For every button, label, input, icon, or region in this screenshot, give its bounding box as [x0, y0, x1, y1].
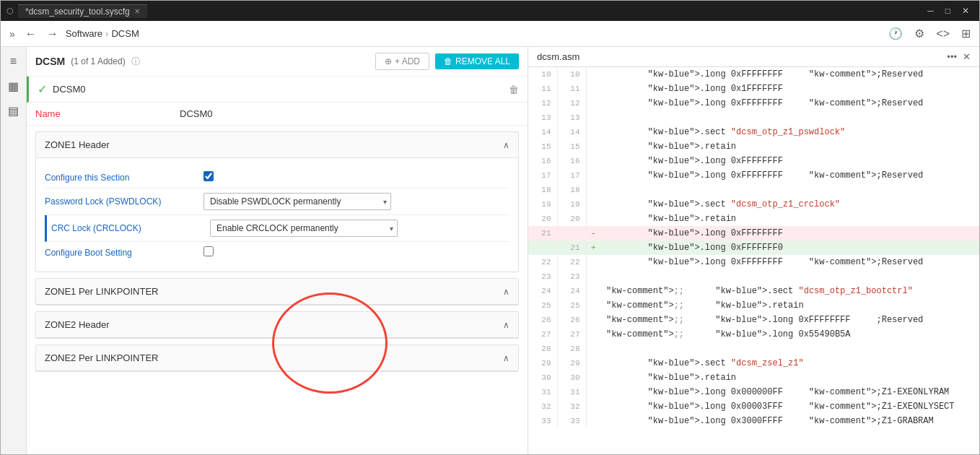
remove-all-button[interactable]: 🗑 REMOVE ALL — [435, 53, 519, 69]
line-num-right: 31 — [557, 385, 586, 399]
instance-status-icon: ✓ — [38, 82, 47, 96]
zone2-linkpointer-toggle[interactable]: ZONE2 Per LINKPOINTER ∧ — [36, 345, 518, 371]
boot-setting-checkbox[interactable] — [204, 246, 214, 256]
line-content: "kw-blue">.retain — [600, 212, 979, 226]
line-content: "kw-comment">;; "kw-blue">.long 0xFFFFFF… — [600, 313, 979, 327]
add-icon: ⊕ — [385, 56, 392, 66]
line-num-right: 12 — [557, 96, 586, 110]
line-diff-marker — [586, 212, 600, 226]
line-num-right: 19 — [557, 197, 586, 212]
expand-sidebar-btn[interactable]: » — [6, 27, 18, 41]
add-button[interactable]: ⊕ + ADD — [375, 53, 429, 70]
zone1-linkpointer-section: ZONE1 Per LINKPOINTER ∧ — [35, 278, 519, 306]
line-num-left: 28 — [528, 342, 557, 356]
line-diff-marker — [586, 298, 600, 313]
adjust-button[interactable]: ⚙ — [911, 25, 927, 42]
sidebar-icon-table[interactable]: ▤ — [2, 99, 25, 122]
line-diff-marker: + — [586, 240, 600, 255]
remove-all-label: REMOVE ALL — [455, 56, 510, 66]
table-row: 2727"kw-comment">;; "kw-blue">.long 0x55… — [528, 327, 979, 342]
line-num-right: 21 — [557, 240, 586, 255]
zone1-linkpointer-chevron: ∧ — [503, 287, 509, 297]
title-bar-icon: ⬡ — [6, 6, 14, 16]
line-num-left: 29 — [528, 356, 557, 370]
line-diff-marker — [586, 67, 600, 82]
info-icon[interactable]: ⓘ — [131, 56, 140, 68]
tab-close-icon[interactable]: ✕ — [134, 7, 140, 15]
line-content: "kw-blue">.long 0xFFFFFFFF "kw-comment">… — [600, 255, 979, 269]
breadcrumb-dcsm[interactable]: DCSM — [111, 28, 139, 39]
breadcrumb-separator: › — [105, 28, 108, 39]
table-row: 21- "kw-blue">.long 0xFFFFFFFF — [528, 226, 979, 240]
sidebar-icon-grid[interactable]: ▦ — [2, 74, 25, 98]
code-area[interactable]: 1010 "kw-blue">.long 0xFFFFFFFF "kw-comm… — [528, 67, 979, 454]
line-num-left: 10 — [528, 67, 557, 82]
crclock-select[interactable]: Enable CRCLOCK permanently Disable CRCLO… — [210, 220, 398, 237]
line-content: "kw-comment">;; "kw-blue">.retain — [600, 298, 979, 313]
line-num-left: 16 — [528, 154, 557, 168]
line-diff-marker — [586, 154, 600, 168]
line-content: "kw-blue">.sect "dcsm_zsel_z1" — [600, 356, 979, 370]
editor-filename: dcsm.asm — [537, 51, 947, 62]
boot-setting-row: Configure Boot Setting — [45, 242, 509, 263]
instance-row[interactable]: ✓ DCSM0 🗑 — [27, 77, 528, 103]
zone1-linkpointer-toggle[interactable]: ZONE1 Per LINKPOINTER ∧ — [36, 279, 518, 305]
table-row: 1212 "kw-blue">.long 0xFFFFFFFF "kw-comm… — [528, 96, 979, 110]
zone2-header-title: ZONE2 Header — [45, 319, 503, 330]
line-diff-marker — [586, 125, 600, 139]
minimize-btn[interactable]: ─ — [923, 6, 938, 16]
line-content: "kw-blue">.long 0xFFFFFFF0 — [600, 240, 979, 255]
line-num-left: 31 — [528, 385, 557, 399]
tab-item[interactable]: *dcsm_security_tool.syscfg ✕ — [18, 4, 147, 18]
line-num-right — [557, 226, 586, 240]
name-row: Name DCSM0 — [27, 103, 528, 126]
crclock-label: CRC Lock (CRCLOCK) — [51, 223, 210, 233]
line-num-left: 11 — [528, 82, 557, 96]
line-content: "kw-blue">.long 0xFFFFFFFF — [600, 154, 979, 168]
zone1-header-toggle[interactable]: ZONE1 Header ∧ — [36, 132, 518, 158]
table-row: 1616 "kw-blue">.long 0xFFFFFFFF — [528, 154, 979, 168]
history-button[interactable]: 🕐 — [885, 25, 906, 42]
close-btn[interactable]: ✕ — [958, 6, 974, 16]
zone1-linkpointer-title: ZONE1 Per LINKPOINTER — [45, 286, 503, 297]
line-content: "kw-blue">.long 0x00003FFF "kw-comment">… — [600, 399, 979, 414]
zone1-header-section: ZONE1 Header ∧ Configure this Section — [35, 131, 519, 272]
line-num-right: 17 — [557, 168, 586, 183]
breadcrumb-software[interactable]: Software — [66, 28, 102, 39]
line-num-left: 14 — [528, 125, 557, 139]
left-sidebar: ≡ ▦ ▤ — [1, 47, 27, 454]
back-button[interactable]: ← — [22, 26, 40, 42]
forward-button[interactable]: → — [44, 26, 61, 42]
table-row: 1111 "kw-blue">.long 0x1FFFFFFF — [528, 82, 979, 96]
table-row: 2424"kw-comment">;; "kw-blue">.sect "dcs… — [528, 284, 979, 298]
layout-button[interactable]: ⊞ — [958, 25, 974, 42]
line-num-left: 32 — [528, 399, 557, 414]
instance-delete-button[interactable]: 🗑 — [509, 84, 519, 95]
table-row: 3232 "kw-blue">.long 0x00003FFF "kw-comm… — [528, 399, 979, 414]
editor-header: dcsm.asm ••• ✕ — [528, 47, 979, 67]
maximize-btn[interactable]: □ — [941, 6, 955, 16]
line-num-left: 12 — [528, 96, 557, 110]
line-num-right: 24 — [557, 284, 586, 298]
editor-close-button[interactable]: ✕ — [963, 51, 971, 62]
zone2-linkpointer-section: ZONE2 Per LINKPOINTER ∧ — [35, 344, 519, 372]
table-row: 1313 — [528, 110, 979, 125]
line-content: "kw-blue">.sect "dcsm_otp_z1_pswdlock" — [600, 125, 979, 139]
line-num-right: 29 — [557, 356, 586, 370]
table-row: 3030 "kw-blue">.retain — [528, 370, 979, 385]
line-num-right: 20 — [557, 212, 586, 226]
zone2-header-section: ZONE2 Header ∧ — [35, 311, 519, 339]
configure-section-checkbox[interactable] — [204, 171, 214, 181]
line-num-left: 17 — [528, 168, 557, 183]
zone2-header-toggle[interactable]: ZONE2 Header ∧ — [36, 312, 518, 338]
code-view-button[interactable]: <> — [933, 26, 953, 42]
editor-more-button[interactable]: ••• — [947, 51, 957, 62]
sidebar-icon-menu[interactable]: ≡ — [2, 50, 25, 73]
line-diff-marker — [586, 327, 600, 342]
line-diff-marker — [586, 414, 600, 428]
tab-label: *dcsm_security_tool.syscfg — [25, 6, 130, 17]
table-row: 3333 "kw-blue">.long 0x3000FFFF "kw-comm… — [528, 414, 979, 428]
pswdlock-select[interactable]: Disable PSWDLOCK permanently Enable PSWD… — [204, 193, 391, 210]
breadcrumb: Software › DCSM — [66, 28, 139, 39]
line-content: "kw-comment">;; "kw-blue">.long 0x55490B… — [600, 327, 979, 342]
